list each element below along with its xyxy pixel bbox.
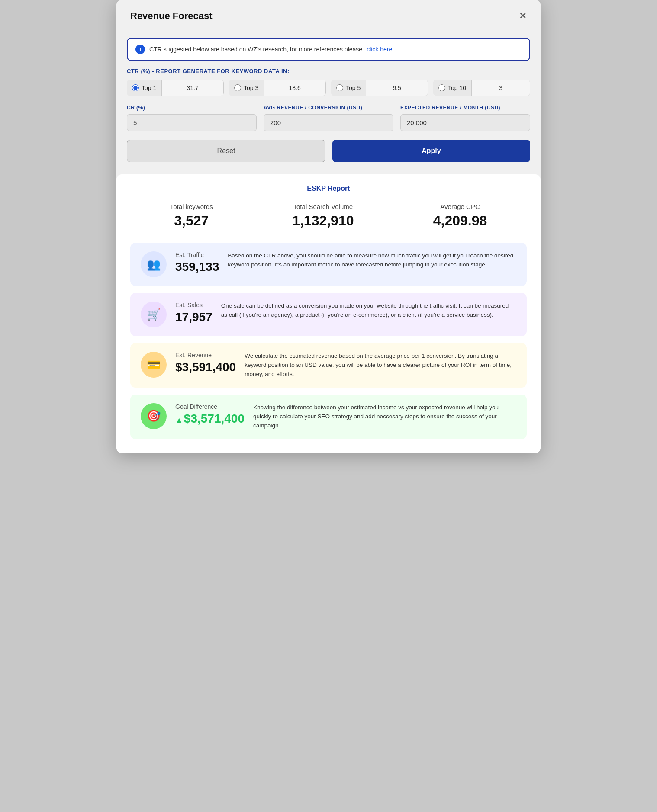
modal-title: Revenue Forecast	[130, 10, 213, 22]
ctr-label-top10: Top 10	[448, 84, 466, 91]
stat-total-search-volume-value: 1,132,910	[292, 213, 354, 229]
traffic-icon: 👥	[141, 251, 167, 277]
ctr-value-top3: 18.6	[264, 80, 326, 96]
card-traffic-label: Est. Traffic	[175, 251, 219, 258]
report-line-right	[357, 189, 527, 189]
stat-average-cpc: Average CPC 4,209.98	[433, 203, 487, 229]
report-line-left	[130, 189, 300, 189]
metric-expected-revenue: EXPECTED REVENUE / MONTH (USD)	[400, 105, 530, 131]
metric-avg-revenue-input[interactable]	[264, 114, 393, 131]
metric-expected-revenue-label: EXPECTED REVENUE / MONTH (USD)	[400, 105, 530, 111]
stat-total-keywords-label: Total keywords	[170, 203, 213, 210]
info-link[interactable]: click here.	[367, 46, 394, 53]
report-title: ESKP Report	[307, 185, 350, 193]
ctr-option-top5: Top 5 9.5	[331, 80, 428, 96]
summary-stats: Total keywords 3,527 Total Search Volume…	[130, 203, 527, 229]
close-button[interactable]: ✕	[519, 11, 527, 21]
metric-expected-revenue-input[interactable]	[400, 114, 530, 131]
card-est-traffic: 👥 Est. Traffic 359,133 Based on the CTR …	[130, 243, 527, 286]
stat-total-keywords-value: 3,527	[170, 213, 213, 229]
ctr-radio-top3[interactable]: Top 3	[229, 80, 264, 96]
ctr-radio-top5[interactable]: Top 5	[331, 80, 366, 96]
card-goal-value: ▲$3,571,400	[175, 412, 245, 426]
info-icon: i	[135, 45, 145, 54]
ctr-radio-top10[interactable]: Top 10	[433, 80, 471, 96]
card-revenue-content: Est. Revenue $3,591,400	[175, 352, 236, 378]
stat-average-cpc-value: 4,209.98	[433, 213, 487, 229]
reset-button[interactable]: Reset	[127, 140, 325, 162]
stat-total-search-volume: Total Search Volume 1,132,910	[292, 203, 354, 229]
card-est-revenue: 💳 Est. Revenue $3,591,400 We calculate t…	[130, 343, 527, 388]
modal-header: Revenue Forecast ✕	[116, 0, 541, 29]
card-traffic-description: Based on the CTR above, you should be ab…	[228, 251, 516, 270]
radio-top5[interactable]	[336, 84, 343, 91]
card-est-sales: 🛒 Est. Sales 17,957 One sale can be defi…	[130, 293, 527, 336]
metric-cr: CR (%)	[127, 105, 257, 131]
card-goal-content: Goal Difference ▲$3,571,400	[175, 403, 245, 429]
metric-avg-revenue-label: AVG REVENUE / CONVERSION (USD)	[264, 105, 393, 111]
ctr-option-top1: Top 1 31.7	[127, 80, 224, 96]
revenue-forecast-modal: Revenue Forecast ✕ i CTR suggested below…	[116, 0, 541, 453]
report-header: ESKP Report	[130, 185, 527, 193]
card-sales-description: One sale can be defined as a conversion …	[221, 302, 516, 320]
card-sales-content: Est. Sales 17,957	[175, 302, 213, 327]
ctr-value-top1: 31.7	[161, 80, 224, 96]
metric-cr-label: CR (%)	[127, 105, 257, 111]
action-buttons: Reset Apply	[116, 140, 541, 173]
radio-top10[interactable]	[438, 84, 445, 91]
stat-total-keywords: Total keywords 3,527	[170, 203, 213, 229]
ctr-section-label: CTR (%) - REPORT GENERATE FOR KEYWORD DA…	[116, 68, 541, 74]
card-revenue-label: Est. Revenue	[175, 352, 236, 359]
card-revenue-value: $3,591,400	[175, 360, 236, 374]
card-sales-value: 17,957	[175, 310, 213, 324]
ctr-label-top5: Top 5	[346, 84, 361, 91]
radio-top1[interactable]	[132, 84, 139, 91]
card-traffic-content: Est. Traffic 359,133	[175, 251, 219, 277]
ctr-value-top5: 9.5	[366, 80, 428, 96]
sales-icon: 🛒	[141, 302, 167, 327]
apply-button[interactable]: Apply	[332, 140, 530, 162]
info-text: CTR suggested below are based on WZ's re…	[149, 46, 362, 53]
card-goal-label: Goal Difference	[175, 403, 245, 410]
info-banner: i CTR suggested below are based on WZ's …	[127, 38, 530, 61]
card-sales-label: Est. Sales	[175, 302, 213, 308]
ctr-option-top3: Top 3 18.6	[229, 80, 326, 96]
revenue-icon: 💳	[141, 352, 167, 378]
ctr-options: Top 1 31.7 Top 3 18.6 Top 5 9.5 Top 10 3	[116, 80, 541, 96]
cards-section: 👥 Est. Traffic 359,133 Based on the CTR …	[130, 243, 527, 439]
goal-icon: 🎯	[141, 403, 167, 429]
stat-total-search-volume-label: Total Search Volume	[292, 203, 354, 210]
card-goal-description: Knowing the difference between your esti…	[253, 403, 516, 430]
trend-arrow-icon: ▲	[175, 416, 183, 424]
stat-average-cpc-label: Average CPC	[433, 203, 487, 210]
metric-avg-revenue: AVG REVENUE / CONVERSION (USD)	[264, 105, 393, 131]
card-traffic-value: 359,133	[175, 260, 219, 274]
card-goal-difference: 🎯 Goal Difference ▲$3,571,400 Knowing th…	[130, 395, 527, 439]
metrics-row: CR (%) AVG REVENUE / CONVERSION (USD) EX…	[116, 105, 541, 131]
card-revenue-description: We calculate the estimated revenue based…	[245, 352, 516, 379]
radio-top3[interactable]	[234, 84, 241, 91]
ctr-radio-top1[interactable]: Top 1	[127, 80, 161, 96]
metric-cr-input[interactable]	[127, 114, 257, 131]
ctr-value-top10: 3	[471, 80, 530, 96]
report-panel: ESKP Report Total keywords 3,527 Total S…	[116, 174, 541, 453]
ctr-label-top3: Top 3	[244, 84, 258, 91]
ctr-label-top1: Top 1	[142, 84, 156, 91]
ctr-option-top10: Top 10 3	[433, 80, 530, 96]
